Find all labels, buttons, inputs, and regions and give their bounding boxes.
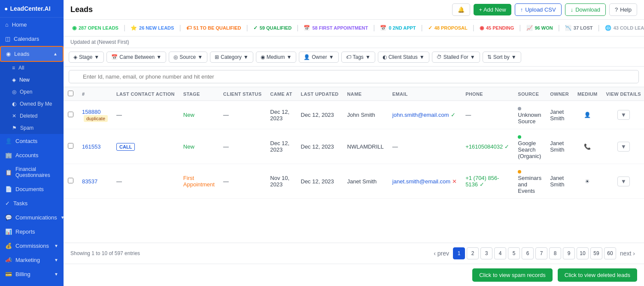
app-logo[interactable]: ● LeadCenter.AI <box>0 0 64 18</box>
page-6-button[interactable]: 6 <box>522 247 534 259</box>
row-checkbox[interactable] <box>68 112 73 117</box>
row-checkbox[interactable] <box>68 178 73 183</box>
lead-id-link[interactable]: 83537 <box>82 178 97 185</box>
page-60-button[interactable]: 60 <box>604 247 616 259</box>
view-details-button[interactable]: ▼ <box>617 176 630 186</box>
stat-2nd-appt[interactable]: 📅 0 2ND APPT <box>377 23 419 33</box>
stat-open-leads[interactable]: ◉ 287 OPEN LEADS <box>69 23 122 33</box>
calendar-icon: 📅 <box>111 54 118 60</box>
phone-link[interactable]: +16105084032 <box>465 143 503 150</box>
sidebar-item-reports[interactable]: 📊 Reports <box>0 225 64 239</box>
sidebar-item-calendars[interactable]: ◫ Calendars <box>0 32 64 46</box>
lead-id-link[interactable]: 161553 <box>82 143 100 150</box>
row-client-status: — <box>219 129 266 164</box>
upload-csv-button[interactable]: ↑ Upload CSV <box>515 3 562 16</box>
pending-icon: ◉ <box>480 25 484 31</box>
page-1-button[interactable]: 1 <box>453 247 465 259</box>
home-icon: ⌂ <box>5 21 9 28</box>
view-details-button[interactable]: ▼ <box>617 142 630 152</box>
sidebar-item-home[interactable]: ⌂ Home <box>0 18 64 32</box>
next-page-button[interactable]: next › <box>618 250 637 257</box>
stat-proposal[interactable]: ✓ 48 PROPOSAL <box>425 23 471 33</box>
sidebar-sub-all[interactable]: ≡ All <box>0 62 64 74</box>
sidebar-item-documents[interactable]: 📄 Documents <box>0 182 64 196</box>
sidebar-item-commissions[interactable]: 💰 Commissions ▼ <box>0 239 64 253</box>
email-link[interactable]: janet.smith@email.com <box>392 178 450 185</box>
row-checkbox[interactable] <box>68 143 73 149</box>
sidebar-item-leads[interactable]: ◉ Leads ▲ <box>0 46 64 62</box>
notification-button[interactable]: 🔔 <box>452 3 470 16</box>
sidebar-item-contacts[interactable]: 👤 Contacts <box>0 134 64 148</box>
leads-table-container: # LAST CONTACT ACTION STAGE CLIENT STATU… <box>64 87 644 243</box>
filter-sort-by[interactable]: ⇅ Sort by ▼ <box>483 52 521 63</box>
search-input[interactable] <box>69 70 639 83</box>
view-details-button[interactable]: ▼ <box>617 110 630 120</box>
view-spam-button[interactable]: Click to view spam records <box>472 268 553 282</box>
stat-cold[interactable]: 🌐 43 COLD LEAD <box>601 23 644 33</box>
source-dot <box>518 107 521 110</box>
filter-source[interactable]: ◎ Source ▼ <box>169 52 207 63</box>
page-8-button[interactable]: 8 <box>549 247 561 259</box>
filter-stalled-for[interactable]: ⏱ Stalled For ▼ <box>432 52 480 63</box>
page-10-button[interactable]: 10 <box>577 247 589 259</box>
email-link[interactable]: john.smith@email.com <box>392 112 449 118</box>
sidebar-sub-owned[interactable]: ◐ Owned By Me <box>0 98 64 110</box>
row-source: Unknown Source <box>513 101 546 129</box>
new-leads-icon: ⭐ <box>131 25 137 31</box>
stats-bar: ◉ 287 OPEN LEADS | ⭐ 26 NEW LEADS | 🏷 51… <box>64 20 644 37</box>
sidebar-sub-deleted[interactable]: ✕ Deleted <box>0 110 64 122</box>
filter-tags[interactable]: 🏷 Tags ▼ <box>341 52 375 63</box>
page-59-button[interactable]: 59 <box>590 247 602 259</box>
sidebar-item-billing[interactable]: 💳 Billing ▼ <box>0 267 64 281</box>
sidebar-sub-open[interactable]: ◎ Open <box>0 86 64 98</box>
sidebar-item-setup[interactable]: ⚙ Setup <box>0 281 64 286</box>
row-view-details: ▼ <box>602 101 644 129</box>
sidebar-sub-new[interactable]: ◈ New <box>0 74 64 86</box>
stat-qualified[interactable]: ✓ 59 QUALIFIED <box>250 23 295 33</box>
sidebar-item-financial[interactable]: 📋 Financial Questionnaires <box>0 162 64 182</box>
row-stage: First Appointment <box>179 164 219 199</box>
page-9-button[interactable]: 9 <box>563 247 575 259</box>
filter-stage[interactable]: ◈ Stage ▼ <box>69 52 104 63</box>
filter-medium[interactable]: ◉ Medium ▼ <box>256 52 297 63</box>
download-button[interactable]: ↓ Download <box>565 3 606 16</box>
page-4-button[interactable]: 4 <box>494 247 506 259</box>
add-new-button[interactable]: + Add New <box>474 4 511 15</box>
view-deleted-button[interactable]: Click to view deleted leads <box>558 268 637 282</box>
phone-dash: — <box>465 112 471 118</box>
prev-page-button[interactable]: ‹ prev <box>431 250 451 257</box>
filter-came-between[interactable]: 📅 Came Between ▼ <box>106 52 166 63</box>
help-icon: ? <box>615 6 618 13</box>
sidebar-label-accounts: Accounts <box>15 152 38 158</box>
call-badge: CALL <box>116 143 135 151</box>
sidebar-item-tasks[interactable]: ✓ Tasks <box>0 196 64 210</box>
sidebar-item-marketing[interactable]: 📣 Marketing ▼ <box>0 253 64 267</box>
stat-lost[interactable]: 📉 37 LOST <box>562 23 596 33</box>
sidebar-sub-spam[interactable]: ⚑ Spam <box>0 122 64 134</box>
page-3-button[interactable]: 3 <box>480 247 492 259</box>
filter-client-status[interactable]: ◐ Client Status ▼ <box>378 52 429 63</box>
sidebar-item-communications[interactable]: 💬 Communications ▼ <box>0 210 64 225</box>
select-all-checkbox[interactable] <box>68 91 73 96</box>
stat-won[interactable]: 📈 96 WON <box>523 23 556 33</box>
sidebar-label-tasks: Tasks <box>13 200 27 207</box>
page-7-button[interactable]: 7 <box>535 247 547 259</box>
leads-submenu: ≡ All ◈ New ◎ Open ◐ Owned By Me ✕ Delet… <box>0 62 64 134</box>
source-name: Google Search (Organic) <box>518 140 541 159</box>
download-label: Download <box>575 6 600 13</box>
sidebar-item-accounts[interactable]: 🏢 Accounts <box>0 148 64 162</box>
page-5-button[interactable]: 5 <box>508 247 520 259</box>
came-between-chevron: ▼ <box>156 54 161 60</box>
stat-pending[interactable]: ◉ 45 PENDING <box>476 23 517 33</box>
filter-category[interactable]: ⊞ Category ▼ <box>210 52 253 63</box>
lead-id-link[interactable]: 158880 <box>82 109 100 115</box>
filter-owner[interactable]: 👤 Owner ▼ <box>299 52 338 63</box>
page-2-button[interactable]: 2 <box>467 247 479 259</box>
proposal-label: 48 PROPOSAL <box>434 25 468 30</box>
help-button[interactable]: ? Help <box>609 3 637 16</box>
stat-first-appt[interactable]: 📅 58 FIRST APPOINTMENT <box>300 23 371 33</box>
col-id: # <box>78 87 112 101</box>
stat-new-leads[interactable]: ⭐ 26 NEW LEADS <box>127 23 177 33</box>
stat-to-qualify[interactable]: 🏷 51 TO BE QUALIFIED <box>183 23 245 33</box>
medium-icon: 👤 <box>584 112 591 118</box>
